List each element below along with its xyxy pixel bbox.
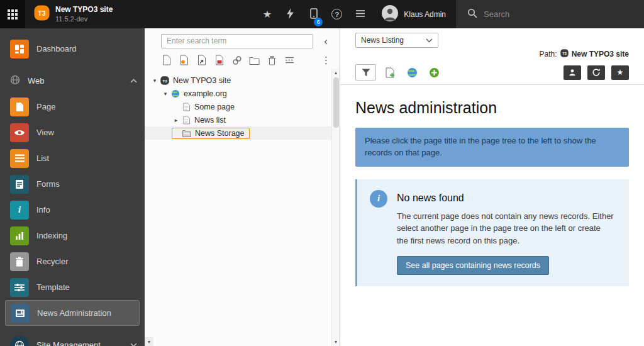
tree-node-label[interactable]: News list [192,115,228,125]
page-module-icon [10,98,29,116]
apps-grid-icon [8,9,18,20]
sidebar-item-view[interactable]: View [0,120,145,145]
tree-node-example-org[interactable]: ▾ example.org [145,87,331,100]
sidebar-item-news-administration[interactable]: News Administration [5,300,140,326]
mountpoint-page-drag-handle[interactable] [214,55,225,65]
reload-button[interactable] [587,65,605,80]
tree-node-news-list[interactable]: ▸ News list [145,113,331,126]
see-all-pages-button[interactable]: See all pages containing news records [397,256,549,275]
help-button[interactable]: ? [325,0,348,28]
tree-node-label[interactable]: Some page [192,102,237,112]
avatar [382,5,398,24]
news-view-select[interactable]: News Listing [355,33,438,48]
sidebar-item-template[interactable]: Template [0,274,145,300]
page-tree-panel: ‹ ⋮ ▾ [145,28,340,346]
sidebar-item-forms[interactable]: Forms [0,171,145,197]
dashboard-icon [10,40,29,59]
filter-button[interactable] [355,64,376,81]
new-record-icon [385,67,396,78]
recycler-drag-handle[interactable] [267,55,277,65]
external-link-drag-handle[interactable] [231,55,242,65]
sidebar-item-dashboard[interactable]: Dashboard [0,36,145,62]
list-module-icon [10,149,29,168]
shortcut-page-icon [197,55,206,65]
svg-text:T3: T3 [162,78,167,82]
info-message-text: Please click the page title in the page … [365,136,596,157]
new-page-drag-handle[interactable] [161,55,172,65]
collapse-pagetree-button[interactable]: ‹ [317,33,335,48]
tree-more-menu-button[interactable]: ⋮ [321,55,331,65]
clear-cache-button[interactable] [279,0,302,28]
scroll-down-icon: ▾ [148,339,150,345]
menu-separator-drag-handle[interactable] [284,55,295,65]
new-page-icon [162,55,171,65]
sidebar-item-label: View [36,128,54,137]
sidebar-section-site-management[interactable]: Site Management [0,332,145,346]
typo3-site-icon: T3 [560,49,569,59]
typo3-logo-icon: T3 [34,5,50,23]
sidebar-item-info[interactable]: i Info [0,197,145,223]
sidebar-item-label: List [36,153,49,163]
chevron-down-icon[interactable]: ▾ [161,91,170,97]
folder-drag-handle[interactable] [249,55,260,65]
scroll-up-icon[interactable]: ▴ [332,69,340,77]
sidebar-item-list[interactable]: List [0,145,145,171]
globe-icon [170,89,181,98]
search-input[interactable] [484,9,616,19]
backend-section-page-icon [179,55,189,65]
backend-section-drag-handle[interactable] [179,55,189,65]
global-search [456,0,644,28]
user-permissions-button[interactable] [564,65,581,80]
add-button[interactable] [426,64,442,81]
tree-node-label[interactable]: New TYPO3 site [170,75,233,86]
docheader-buttons: ★ [355,64,629,81]
site-brand[interactable]: T3 New TYPO3 site 11.5.2-dev [25,0,121,28]
sidebar-item-label: Forms [36,179,60,189]
no-news-callout: i No news found The current page does no… [355,179,629,287]
localization-button[interactable] [404,64,420,81]
plus-circle-icon [429,67,440,78]
system-information-button[interactable] [348,0,372,28]
module-menu-scroll-down[interactable]: ▾ [145,337,153,346]
web-section-icon [10,75,20,87]
scroll-down-icon[interactable]: ▾ [332,338,340,346]
chevron-down-icon[interactable]: ▾ [150,77,159,84]
site-title: New TYPO3 site [55,5,113,15]
tree-node-label[interactable]: example.org [181,89,230,99]
link-icon [232,55,242,65]
shortcut-page-drag-handle[interactable] [196,55,207,65]
list-icon [355,9,365,20]
workspace-preview-button[interactable]: 6 [302,0,325,28]
info-message: Please click the page title in the page … [355,128,629,167]
sidebar-section-web[interactable]: Web [0,68,145,94]
path-label: Path: [540,50,557,59]
tree-node-news-storage[interactable]: News Storage [145,126,331,140]
chevron-left-icon: ‹ [324,35,328,47]
tree-search-input[interactable] [161,34,313,48]
breadcrumb: Path: T3 New TYPO3 site [540,49,629,59]
bookmark-button[interactable]: ★ [611,65,629,80]
tree-scrollbar[interactable]: ▴ ▾ [331,69,340,346]
tree-node-new-typo3-site[interactable]: ▾ T3 New TYPO3 site [145,74,331,87]
scrollbar-thumb[interactable] [333,77,339,128]
svg-text:T3: T3 [38,9,45,17]
chevron-right-icon[interactable]: ▸ [172,117,180,123]
sidebar-item-recycler[interactable]: Recycler [0,248,145,274]
bookmarks-button[interactable]: ★ [255,0,279,28]
sidebar-item-label: Template [36,282,70,292]
tree-node-some-page[interactable]: Some page [145,100,331,113]
tree-node-label[interactable]: News Storage [192,128,247,138]
sidebar-item-indexing[interactable]: Indexing [0,223,145,248]
topbar-spacer [121,0,255,28]
sidebar-item-label: Recycler [36,257,69,266]
user-menu[interactable]: Klaus Admin [372,0,456,28]
info-icon: i [370,190,387,208]
sidebar-item-label: Info [36,205,50,215]
sidebar-item-page[interactable]: Page [0,94,145,120]
folder-icon [249,56,260,65]
svg-text:T3: T3 [562,52,567,55]
new-record-button[interactable] [382,64,398,81]
module-menu-toggle-button[interactable] [0,0,25,28]
tree-toolbar: ⋮ [145,51,340,70]
chevron-down-icon [130,343,137,346]
